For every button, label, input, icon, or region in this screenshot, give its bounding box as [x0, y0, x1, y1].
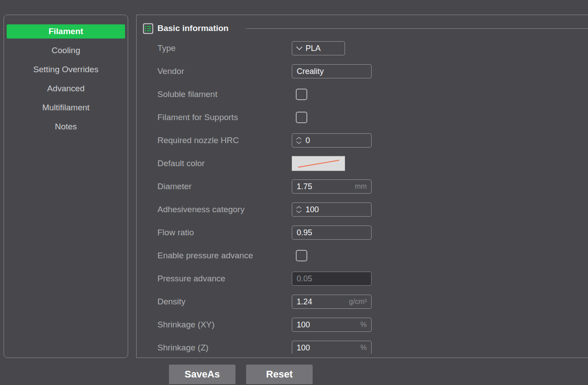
adhesiveness-category-value: 100	[306, 205, 319, 214]
field-label: Soluble filament	[157, 89, 217, 99]
vendor-value: Creality	[297, 67, 324, 76]
vendor-input[interactable]: Creality	[292, 64, 372, 78]
density-unit: g/cm³	[349, 298, 367, 306]
form-scroll-area: Type PLA Vendor Creality Soluble filamen…	[137, 15, 588, 354]
flow-ratio-input[interactable]: 0.95	[292, 226, 372, 240]
filament-for-supports-checkbox[interactable]	[296, 112, 307, 123]
soluble-filament-checkbox[interactable]	[296, 89, 307, 100]
field-label: Type	[157, 43, 176, 53]
row-enable-pressure-advance: Enable pressure advance	[137, 248, 588, 263]
sidebar-item-filament[interactable]: Filament	[7, 24, 125, 39]
diameter-unit: mm	[355, 183, 367, 191]
field-label: Shrinkage (Z)	[157, 343, 208, 353]
row-required-nozzle-hrc: Required nozzle HRC 0	[137, 133, 588, 148]
row-shrinkage-xy: Shrinkage (XY) 100 %	[137, 317, 588, 332]
field-label: Shrinkage (XY)	[157, 320, 215, 330]
field-label: Filament for Supports	[157, 113, 238, 122]
field-label: Diameter	[157, 182, 192, 191]
pressure-advance-input-disabled: 0.05	[292, 272, 372, 286]
spinner-arrows-icon[interactable]	[296, 206, 302, 214]
field-label: Density	[157, 297, 185, 307]
pressure-advance-value: 0.05	[297, 274, 312, 284]
flow-ratio-value: 0.95	[297, 228, 312, 237]
field-label: Enable pressure advance	[157, 251, 253, 261]
field-label: Adhesiveness category	[157, 205, 244, 214]
chevron-down-icon	[296, 46, 303, 51]
shrinkage-xy-input[interactable]: 100 %	[292, 318, 372, 332]
diameter-input[interactable]: 1.75 mm	[292, 179, 372, 194]
shrinkage-xy-unit: %	[361, 321, 367, 329]
sidebar-item-notes[interactable]: Notes	[7, 120, 125, 134]
row-soluble-filament: Soluble filament	[137, 87, 588, 102]
required-nozzle-hrc-value: 0	[306, 136, 310, 145]
sidebar-item-multifilament[interactable]: Multifilament	[7, 101, 125, 115]
color-line-icon	[292, 157, 345, 171]
spinner-arrows-icon[interactable]	[296, 136, 302, 144]
row-density: Density 1.24 g/cm³	[137, 294, 588, 309]
sidebar-item-cooling[interactable]: Cooling	[7, 43, 125, 58]
field-label: Flow ratio	[157, 228, 194, 237]
diameter-value: 1.75	[297, 182, 312, 191]
row-type: Type PLA	[137, 41, 588, 56]
enable-pressure-advance-checkbox[interactable]	[296, 250, 307, 261]
shrinkage-z-value: 100	[297, 343, 310, 353]
row-default-color: Default color	[137, 156, 588, 171]
reset-button[interactable]: Reset	[246, 365, 313, 384]
sidebar-item-advanced[interactable]: Advanced	[7, 82, 125, 96]
row-filament-for-supports: Filament for Supports	[137, 110, 588, 125]
field-label: Pressure advance	[157, 274, 225, 284]
shrinkage-z-input[interactable]: 100 %	[292, 341, 372, 354]
row-vendor: Vendor Creality	[137, 64, 588, 79]
required-nozzle-hrc-spinner[interactable]: 0	[292, 133, 372, 148]
basic-information-panel: Basic information Type PLA Vendor Creali…	[136, 15, 588, 358]
shrinkage-z-unit: %	[361, 344, 367, 352]
row-shrinkage-z: Shrinkage (Z) 100 %	[137, 340, 588, 354]
row-flow-ratio: Flow ratio 0.95	[137, 225, 588, 240]
type-dropdown[interactable]: PLA	[292, 41, 345, 55]
row-pressure-advance: Pressure advance 0.05	[137, 271, 588, 286]
row-adhesiveness-category: Adhesiveness category 100	[137, 202, 588, 217]
field-label: Required nozzle HRC	[157, 136, 239, 145]
row-diameter: Diameter 1.75 mm	[137, 179, 588, 194]
type-value: PLA	[306, 44, 321, 53]
sidebar-item-setting-overrides[interactable]: Setting Overrides	[7, 62, 125, 77]
adhesiveness-category-spinner[interactable]: 100	[292, 202, 372, 217]
shrinkage-xy-value: 100	[297, 320, 310, 330]
field-label: Default color	[157, 159, 205, 168]
density-value: 1.24	[297, 297, 312, 307]
save-as-button[interactable]: SaveAs	[169, 365, 235, 384]
default-color-swatch[interactable]	[292, 156, 345, 171]
field-label: Vendor	[157, 66, 184, 76]
settings-sidebar: Filament Cooling Setting Overrides Advan…	[4, 15, 128, 358]
density-input[interactable]: 1.24 g/cm³	[292, 295, 372, 309]
